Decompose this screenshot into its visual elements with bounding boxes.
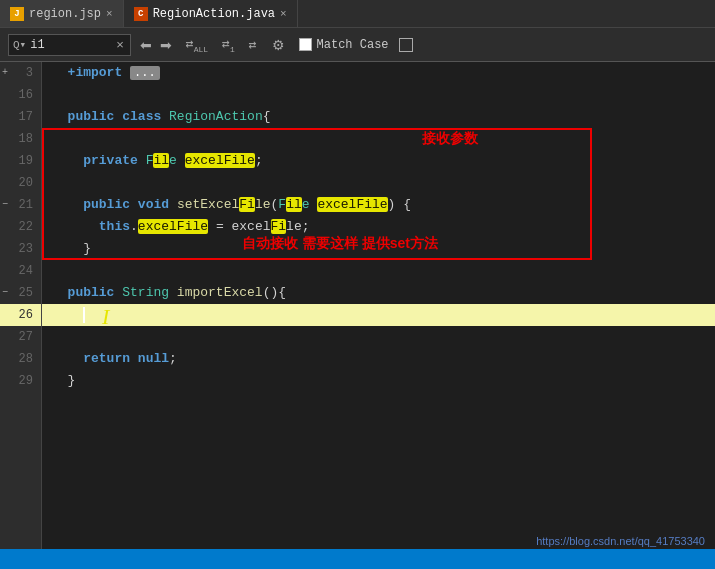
- keyword-import: +import: [68, 65, 123, 80]
- highlight-excelFile-1: excelFile: [185, 153, 255, 168]
- code-line-24: [42, 260, 715, 282]
- fold-icon-25[interactable]: −: [2, 282, 8, 304]
- line-num-26: 26: [0, 304, 41, 326]
- search-input-wrap[interactable]: Q▾ ×: [8, 34, 131, 56]
- line-num-25: − 25: [0, 282, 41, 304]
- match-case-wrap: Match Case: [299, 38, 389, 52]
- code-line-28: return null;: [42, 348, 715, 370]
- line-num-28: 28: [0, 348, 41, 370]
- fold-icon-3[interactable]: +: [2, 62, 8, 84]
- nav-arrows: ⬅ ➡: [137, 37, 175, 53]
- clear-search-button[interactable]: ×: [114, 38, 126, 51]
- match-case-checkbox[interactable]: [299, 38, 312, 51]
- code-line-16: [42, 84, 715, 106]
- code-line-19: private File excelFile;: [42, 150, 715, 172]
- line-num-22: 22: [0, 216, 41, 238]
- settings-button[interactable]: ⚙: [268, 37, 289, 53]
- java-icon: C: [134, 7, 148, 21]
- code-line-29: }: [42, 370, 715, 392]
- text-cursor: [83, 307, 85, 323]
- next-match-button[interactable]: ➡: [157, 37, 175, 53]
- status-bar: [0, 549, 715, 569]
- line-num-16: 16: [0, 84, 41, 106]
- replace-all-icon-button[interactable]: ⇄ALL: [181, 34, 213, 56]
- code-line-22: this.excelFile = excelFile;: [42, 216, 715, 238]
- replace-one-icon-button[interactable]: ⇄1: [217, 34, 240, 56]
- import-ellipsis: ...: [130, 66, 160, 80]
- line-num-19: 19: [0, 150, 41, 172]
- jsp-icon: J: [10, 7, 24, 21]
- code-line-27: [42, 326, 715, 348]
- code-line-17: public class RegionAction{: [42, 106, 715, 128]
- tab-region-jsp[interactable]: J region.jsp ×: [0, 0, 124, 27]
- highlight-excelFile-2: excelFile: [317, 197, 387, 212]
- fold-icon-21[interactable]: −: [2, 194, 8, 216]
- code-panel: + 3 16 17 18 19 20 − 21 22 23 24 − 25 26…: [0, 62, 715, 549]
- prev-match-button[interactable]: ⬅: [137, 37, 155, 53]
- tab-region-action-java[interactable]: C RegionAction.java ×: [124, 0, 298, 27]
- line-num-17: 17: [0, 106, 41, 128]
- code-line-25: public String importExcel(){: [42, 282, 715, 304]
- code-line-26[interactable]: [42, 304, 715, 326]
- code-line-3: +import ...: [42, 62, 715, 84]
- tab-close-java[interactable]: ×: [280, 8, 287, 20]
- search-bar: Q▾ × ⬅ ➡ ⇄ALL ⇄1 ⇄ ⚙ Match Case: [0, 28, 715, 62]
- tab-close-jsp[interactable]: ×: [106, 8, 113, 20]
- code-line-21: public void setExcelFile(File excelFile)…: [42, 194, 715, 216]
- code-line-18: [42, 128, 715, 150]
- code-line-20: [42, 172, 715, 194]
- code-content[interactable]: +import ... public class RegionAction{ p…: [42, 62, 715, 549]
- search-input[interactable]: [30, 38, 110, 52]
- code-line-23: }: [42, 238, 715, 260]
- line-num-29: 29: [0, 370, 41, 392]
- line-num-3: + 3: [0, 62, 41, 84]
- line-num-27: 27: [0, 326, 41, 348]
- match-case-toggle[interactable]: [399, 38, 413, 52]
- line-num-23: 23: [0, 238, 41, 260]
- line-num-20: 20: [0, 172, 41, 194]
- match-case-label: Match Case: [317, 38, 389, 52]
- tab-bar: J region.jsp × C RegionAction.java ×: [0, 0, 715, 28]
- line-num-24: 24: [0, 260, 41, 282]
- line-num-18: 18: [0, 128, 41, 150]
- replace-icon2-button[interactable]: ⇄: [244, 35, 262, 55]
- tab-label-java: RegionAction.java: [153, 7, 275, 21]
- search-options: ⇄ALL ⇄1 ⇄: [181, 34, 262, 56]
- line-num-21: − 21: [0, 194, 41, 216]
- tab-label-jsp: region.jsp: [29, 7, 101, 21]
- search-magnifier-icon: Q▾: [13, 38, 26, 51]
- app-window: J region.jsp × C RegionAction.java × Q▾ …: [0, 0, 715, 569]
- highlight-excelFile-3: excelFile: [138, 219, 208, 234]
- line-numbers: + 3 16 17 18 19 20 − 21 22 23 24 − 25 26…: [0, 62, 42, 549]
